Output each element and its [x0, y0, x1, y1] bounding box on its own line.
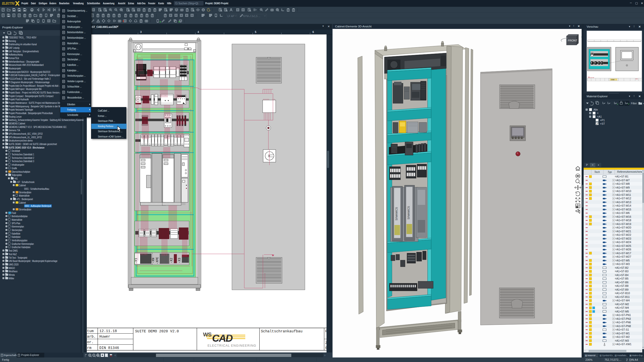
- svg-text:=A1+ST-W2: =A1+ST-W2: [615, 335, 630, 338]
- svg-text:+P1: +P1: [600, 119, 605, 122]
- svg-text:=A1+ST-B3: =A1+ST-B3: [615, 270, 628, 273]
- svg-text:=A1+ST-W15: =A1+ST-W15: [615, 208, 631, 211]
- svg-text:rm: rm: [87, 346, 91, 350]
- svg-text:=A1+ST-W1: =A1+ST-W1: [615, 332, 630, 335]
- svg-text:=A1+ST-XW1: =A1+ST-XW1: [615, 343, 631, 346]
- svg-text:=A1+ST-W13: =A1+ST-W13: [615, 201, 631, 204]
- svg-text:=A1+ST-W24: =A1+ST-W24: [615, 241, 631, 244]
- svg-text:=A1+ST-M3: =A1+ST-M3: [615, 339, 629, 342]
- svg-text:3: 3: [140, 30, 142, 33]
- svg-text:=A1+ST-W16: =A1+ST-W16: [615, 215, 631, 218]
- svg-text:WSCAD: WSCAD: [591, 77, 594, 78]
- svg-text:=A1+ST-W26: =A1+ST-W26: [615, 248, 631, 251]
- svg-text:5: 5: [255, 30, 256, 33]
- svg-text:=A1+ST-B2: =A1+ST-B2: [615, 266, 628, 269]
- svg-text:+ST: +ST: [600, 122, 605, 125]
- svg-text:=A1+ST-B1: =A1+ST-B1: [615, 175, 628, 178]
- svg-text:FRONT: FRONT: [568, 39, 577, 42]
- svg-text:=A1+ST-B5: =A1+ST-B5: [615, 277, 628, 280]
- svg-text:=A1+ST-B8: =A1+ST-B8: [615, 284, 628, 287]
- svg-text:=A1+ST-M2: =A1+ST-M2: [615, 303, 629, 306]
- svg-text:=A1+ST-S1: =A1+ST-S1: [615, 328, 629, 331]
- svg-text:-XPE: -XPE: [156, 257, 159, 264]
- svg-text:=A1: =A1: [597, 115, 602, 118]
- svg-text:arb.: arb.: [87, 335, 96, 339]
- svg-text:=A1+ST-W14: =A1+ST-W14: [615, 204, 631, 207]
- svg-text:=A1+ST-W8: =A1+ST-W8: [615, 182, 630, 185]
- svg-text:=A1+ST-W6: =A1+ST-W6: [615, 211, 630, 214]
- svg-text:=A1+ST-W17: =A1+ST-W17: [615, 252, 631, 255]
- svg-text:=A1+ST-M5: =A1+ST-M5: [615, 310, 629, 313]
- svg-text:=A1+ST-W19: =A1+ST-W19: [615, 222, 631, 225]
- svg-text:=A1+ST-W4: =A1+ST-W4: [615, 299, 630, 302]
- svg-text:=A1+ST-W25: =A1+ST-W25: [615, 244, 631, 247]
- svg-text:=A1+ST-PN1: =A1+ST-PN1: [615, 313, 631, 316]
- svg-text:-X1: -X1: [134, 258, 138, 264]
- svg-text:CAD: CAD: [212, 333, 233, 344]
- svg-text:12.11.18: 12.11.18: [99, 329, 117, 333]
- svg-text:=A1+ST-PN3: =A1+ST-PN3: [615, 317, 631, 320]
- svg-text:SUITE DEMO 2020 V2.0: SUITE DEMO 2020 V2.0: [135, 329, 179, 333]
- svg-text:WS: WS: [203, 331, 212, 338]
- svg-text:=A1+ST-B6: =A1+ST-B6: [615, 281, 628, 284]
- svg-text:SINAMICS: SINAMICS: [407, 206, 410, 219]
- svg-text:=A1+ST-W12: =A1+ST-W12: [615, 197, 631, 200]
- svg-text:=A1+ST-B11: =A1+ST-B11: [615, 295, 630, 298]
- svg-text:-X2: -X2: [170, 258, 173, 263]
- svg-text:=A1+ST-M4: =A1+ST-M4: [615, 306, 629, 309]
- svg-text:6: 6: [312, 30, 314, 33]
- svg-text:=A1+ST-W5: =A1+ST-W5: [615, 259, 630, 262]
- svg-text:=: =: [597, 112, 598, 115]
- svg-text:=A1+ST-W9: =A1+ST-W9: [615, 186, 630, 189]
- svg-text:=A1+ST-W11: =A1+ST-W11: [615, 193, 631, 196]
- svg-text:=A1+ST-W27: =A1+ST-W27: [615, 255, 631, 258]
- svg-text:Huwer: Huwer: [99, 335, 110, 339]
- svg-text:=A1+ST-W7: =A1+ST-W7: [615, 179, 630, 182]
- svg-text:=A1+ST-B4: =A1+ST-B4: [615, 274, 628, 277]
- svg-text:or.: or.: [87, 340, 94, 344]
- svg-text:Alle: Alle: [593, 108, 598, 111]
- svg-text:=A1+ST-W22: =A1+ST-W22: [615, 233, 631, 236]
- svg-text:=A1+ST-W20: =A1+ST-W20: [615, 226, 631, 229]
- svg-text:tum: tum: [87, 329, 94, 333]
- svg-text:=A1+ST-PN8: =A1+ST-PN8: [615, 325, 631, 328]
- svg-text:=A1+ST-W21: =A1+ST-W21: [615, 230, 631, 233]
- svg-text:4: 4: [197, 30, 199, 33]
- svg-text:ELECTRICAL ENGINEERING: ELECTRICAL ENGINEERING: [208, 344, 256, 347]
- svg-text:<>: <>: [643, 102, 644, 105]
- svg-text:CAD: CAD: [611, 79, 615, 80]
- svg-text:DIN 81346: DIN 81346: [99, 346, 119, 350]
- svg-text:=A1+ST-B9: =A1+ST-B9: [615, 288, 628, 291]
- svg-text:NYM-J 3x1,5 ...: NYM-J 3x1,5 ...: [243, 15, 260, 18]
- svg-text:=A1+ST-W23: =A1+ST-W23: [615, 237, 631, 240]
- svg-text:ELECTRI: ELECTRI: [2, 2, 15, 5]
- svg-text:=A1+ST-B10: =A1+ST-B10: [615, 292, 630, 295]
- svg-text:=A1+ST-PN6: =A1+ST-PN6: [615, 321, 631, 324]
- svg-text:Filter:: Filter:: [631, 102, 637, 105]
- svg-text:Schaltschrankaufbau: Schaltschrankaufbau: [261, 329, 302, 333]
- svg-text:=A1+ST-W10: =A1+ST-W10: [615, 190, 631, 193]
- svg-text:=A1+ST-W3: =A1+ST-W3: [615, 262, 630, 265]
- svg-text:SINAMICS: SINAMICS: [395, 207, 398, 220]
- svg-text:LF AP: LF AP: [227, 15, 234, 18]
- svg-text:-XN: -XN: [152, 258, 155, 263]
- svg-text:=A1+ST-W18: =A1+ST-W18: [615, 219, 631, 222]
- svg-text:-X3: -X3: [178, 258, 181, 263]
